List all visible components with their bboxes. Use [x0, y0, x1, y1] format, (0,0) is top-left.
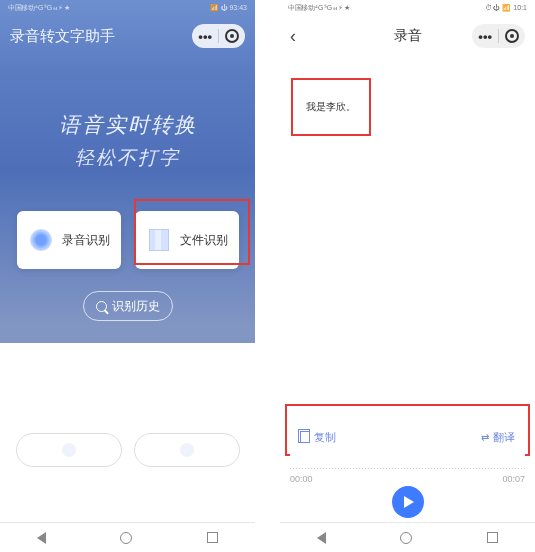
pill-icon — [180, 443, 194, 457]
transcription-text: 我是李欣。 — [306, 100, 356, 114]
status-bar: 中国移动 ⁴G ⁵G ₐₗₗ ⚡︎ ★ ⏱ ⏻ 📶 10:1 — [280, 0, 535, 16]
search-icon — [96, 301, 107, 312]
app-title: 录音转文字助手 — [10, 27, 115, 46]
translate-button[interactable]: ⇄ 翻译 — [481, 430, 515, 445]
transcription-result-box: 我是李欣。 — [291, 78, 371, 136]
file-icon — [146, 227, 172, 253]
audio-timeline[interactable]: 00:00 00:07 — [290, 474, 525, 484]
phone-screen-1: 中国移动 ⁴G ⁵G ₐₗₗ ⚡︎ ★ 📶 ⏻ 93:43 录音转文字助手 ••… — [0, 0, 255, 552]
status-battery: 📶 ⏻ 93:43 — [210, 4, 247, 12]
history-button[interactable]: 识别历史 — [83, 291, 173, 321]
pill-button-2[interactable] — [134, 433, 240, 467]
nav-recent-icon[interactable] — [487, 532, 498, 543]
page-title: 录音 — [394, 27, 422, 45]
back-button[interactable]: ‹ — [290, 26, 296, 47]
miniapp-capsule[interactable]: ••• — [192, 24, 245, 48]
status-bar: 中国移动 ⁴G ⁵G ₐₗₗ ⚡︎ ★ 📶 ⏻ 93:43 — [0, 0, 255, 16]
capsule-sep — [498, 29, 499, 43]
time-start: 00:00 — [290, 474, 313, 484]
status-battery: ⏱ ⏻ 📶 10:1 — [485, 4, 527, 12]
microphone-icon — [28, 227, 54, 253]
copy-icon — [300, 431, 310, 443]
copy-button[interactable]: 复制 — [300, 430, 336, 445]
translate-label: 翻译 — [493, 430, 515, 445]
phone-screen-2: 中国移动 ⁴G ⁵G ₐₗₗ ⚡︎ ★ ⏱ ⏻ 📶 10:1 ‹ 录音 ••• … — [280, 0, 535, 552]
card-file-recognition[interactable]: 文件识别 — [135, 211, 239, 269]
close-target-icon[interactable] — [505, 29, 519, 43]
android-navbar[interactable] — [0, 522, 255, 552]
status-carrier: 中国移动 ⁴G ⁵G ₐₗₗ ⚡︎ ★ — [288, 3, 350, 13]
play-button[interactable] — [392, 486, 424, 518]
result-toolbar: 复制 ⇄ 翻译 — [290, 418, 525, 456]
nav-recent-icon[interactable] — [207, 532, 218, 543]
pill-icon — [62, 443, 76, 457]
hero-slogan: 语音实时转换 轻松不打字 — [0, 111, 255, 171]
time-end: 00:07 — [502, 474, 525, 484]
history-label: 识别历史 — [112, 298, 160, 315]
hero-line-1: 语音实时转换 — [0, 111, 255, 139]
more-icon[interactable]: ••• — [478, 30, 492, 43]
pill-button-1[interactable] — [16, 433, 122, 467]
close-target-icon[interactable] — [225, 29, 239, 43]
nav-back-icon[interactable] — [37, 532, 46, 544]
nav-back-icon[interactable] — [317, 532, 326, 544]
nav-home-icon[interactable] — [120, 532, 132, 544]
card-audio-label: 录音识别 — [62, 232, 110, 249]
card-audio-recognition[interactable]: 录音识别 — [17, 211, 121, 269]
android-navbar[interactable] — [280, 522, 535, 552]
status-carrier: 中国移动 ⁴G ⁵G ₐₗₗ ⚡︎ ★ — [8, 3, 70, 13]
translate-icon: ⇄ — [481, 432, 489, 443]
card-file-label: 文件识别 — [180, 232, 228, 249]
capsule-sep — [218, 29, 219, 43]
nav-home-icon[interactable] — [400, 532, 412, 544]
bottom-pill-row — [0, 433, 255, 467]
copy-label: 复制 — [314, 430, 336, 445]
miniapp-capsule[interactable]: ••• — [472, 24, 525, 48]
hero-line-2: 轻松不打字 — [0, 145, 255, 171]
more-icon[interactable]: ••• — [198, 30, 212, 43]
